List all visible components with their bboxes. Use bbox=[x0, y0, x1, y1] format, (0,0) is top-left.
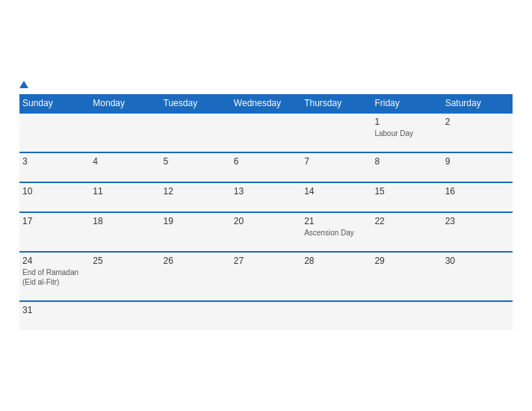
day-number: 28 bbox=[304, 256, 368, 266]
day-number: 17 bbox=[22, 216, 87, 226]
calendar-cell bbox=[161, 113, 231, 152]
day-number: 15 bbox=[374, 186, 439, 197]
day-number: 29 bbox=[374, 256, 439, 266]
calendar-header-row: SundayMondayTuesdayWednesdayThursdayFrid… bbox=[19, 94, 513, 113]
calendar-cell: 16 bbox=[442, 182, 513, 212]
calendar-cell: 13 bbox=[231, 182, 301, 212]
calendar-cell: 17 bbox=[19, 212, 90, 252]
day-number: 21 bbox=[304, 216, 368, 226]
calendar-cell: 19 bbox=[161, 212, 231, 252]
calendar-cell bbox=[301, 301, 371, 330]
day-number: 3 bbox=[22, 156, 87, 167]
day-of-week-header: Sunday bbox=[19, 94, 90, 113]
calendar-cell bbox=[19, 113, 90, 152]
day-number: 6 bbox=[234, 156, 298, 167]
calendar-cell: 10 bbox=[19, 182, 90, 212]
day-number: 18 bbox=[93, 216, 157, 226]
calendar-cell: 25 bbox=[90, 252, 160, 301]
calendar-cell: 1Labour Day bbox=[371, 113, 442, 152]
day-number: 9 bbox=[445, 156, 510, 167]
day-number: 4 bbox=[93, 156, 157, 167]
calendar-cell: 20 bbox=[231, 212, 301, 252]
calendar-table: SundayMondayTuesdayWednesdayThursdayFrid… bbox=[19, 94, 513, 330]
day-number: 30 bbox=[445, 256, 510, 266]
day-number: 22 bbox=[374, 216, 439, 226]
day-of-week-header: Tuesday bbox=[161, 94, 231, 113]
calendar-cell bbox=[301, 113, 371, 152]
day-number: 25 bbox=[93, 256, 157, 266]
day-number: 7 bbox=[304, 156, 368, 167]
day-number: 26 bbox=[164, 256, 228, 266]
event-label: Labour Day bbox=[374, 129, 439, 138]
day-number: 14 bbox=[304, 186, 368, 197]
calendar-cell: 29 bbox=[371, 252, 442, 301]
calendar-week-row: 3456789 bbox=[19, 152, 513, 182]
calendar-cell bbox=[442, 301, 513, 330]
day-number: 13 bbox=[234, 186, 298, 197]
calendar-cell: 22 bbox=[371, 212, 442, 252]
days-of-week-row: SundayMondayTuesdayWednesdayThursdayFrid… bbox=[19, 94, 513, 113]
day-of-week-header: Thursday bbox=[301, 94, 371, 113]
calendar-week-row: 1Labour Day2 bbox=[19, 113, 513, 152]
day-number: 24 bbox=[22, 256, 87, 266]
calendar-cell: 21Ascension Day bbox=[301, 212, 371, 252]
day-number: 23 bbox=[445, 216, 510, 226]
calendar-cell bbox=[90, 113, 160, 152]
calendar-cell: 6 bbox=[231, 152, 301, 182]
calendar-cell: 28 bbox=[301, 252, 371, 301]
day-of-week-header: Saturday bbox=[442, 94, 513, 113]
day-number: 27 bbox=[234, 256, 298, 266]
calendar-cell: 4 bbox=[90, 152, 160, 182]
logo-triangle-icon bbox=[19, 81, 28, 88]
day-of-week-header: Wednesday bbox=[231, 94, 301, 113]
day-number: 31 bbox=[22, 305, 87, 315]
calendar-cell: 5 bbox=[161, 152, 231, 182]
calendar-week-row: 10111213141516 bbox=[19, 182, 513, 212]
day-of-week-header: Friday bbox=[371, 94, 442, 113]
day-number: 19 bbox=[164, 216, 228, 226]
calendar-cell: 30 bbox=[442, 252, 513, 301]
calendar-cell: 14 bbox=[301, 182, 371, 212]
calendar-cell: 18 bbox=[90, 212, 160, 252]
calendar-cell bbox=[231, 113, 301, 152]
calendar-cell: 2 bbox=[442, 113, 513, 152]
calendar-week-row: 24End of Ramadan (Eid al-Fitr)2526272829… bbox=[19, 252, 513, 301]
calendar-cell bbox=[231, 301, 301, 330]
calendar-cell: 7 bbox=[301, 152, 371, 182]
logo bbox=[19, 81, 30, 88]
calendar-container: SundayMondayTuesdayWednesdayThursdayFrid… bbox=[8, 73, 524, 338]
day-number: 1 bbox=[374, 117, 439, 127]
calendar-cell: 31 bbox=[19, 301, 90, 330]
calendar-cell: 15 bbox=[371, 182, 442, 212]
calendar-header bbox=[19, 81, 513, 88]
calendar-cell: 27 bbox=[231, 252, 301, 301]
calendar-cell: 11 bbox=[90, 182, 160, 212]
day-number: 12 bbox=[164, 186, 228, 197]
day-number: 2 bbox=[445, 117, 510, 127]
logo-blue-text bbox=[19, 81, 30, 88]
calendar-cell: 8 bbox=[371, 152, 442, 182]
calendar-cell: 9 bbox=[442, 152, 513, 182]
calendar-cell: 12 bbox=[161, 182, 231, 212]
calendar-week-row: 1718192021Ascension Day2223 bbox=[19, 212, 513, 252]
day-number: 5 bbox=[164, 156, 228, 167]
day-number: 11 bbox=[93, 186, 157, 197]
calendar-cell bbox=[161, 301, 231, 330]
calendar-cell bbox=[371, 301, 442, 330]
event-label: Ascension Day bbox=[304, 228, 368, 238]
day-number: 8 bbox=[374, 156, 439, 167]
calendar-cell bbox=[90, 301, 160, 330]
day-of-week-header: Monday bbox=[90, 94, 160, 113]
calendar-cell: 24End of Ramadan (Eid al-Fitr) bbox=[19, 252, 90, 301]
day-number: 10 bbox=[22, 186, 87, 197]
calendar-cell: 26 bbox=[161, 252, 231, 301]
calendar-week-row: 31 bbox=[19, 301, 513, 330]
event-label: End of Ramadan (Eid al-Fitr) bbox=[22, 268, 87, 287]
calendar-cell: 23 bbox=[442, 212, 513, 252]
calendar-cell: 3 bbox=[19, 152, 90, 182]
calendar-body: 1Labour Day23456789101112131415161718192… bbox=[19, 113, 513, 330]
day-number: 20 bbox=[234, 216, 298, 226]
day-number: 16 bbox=[445, 186, 510, 197]
